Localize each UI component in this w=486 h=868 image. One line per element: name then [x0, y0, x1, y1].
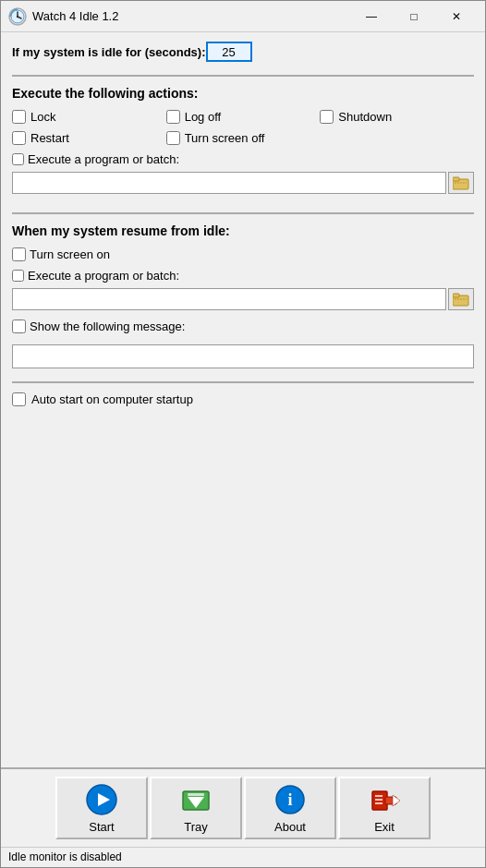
execute-program-input-row: [12, 172, 474, 194]
turn-screen-on-checkbox[interactable]: [12, 247, 26, 261]
exit-icon: [368, 783, 401, 816]
window-title: Watch 4 Idle 1.2: [32, 9, 350, 23]
execute-section: Execute the following actions: Lock Log …: [12, 75, 474, 203]
shutdown-checkbox-cell: Shutdown: [320, 110, 474, 124]
status-bar: Idle monitor is disabled: [1, 847, 485, 867]
auto-start-checkbox[interactable]: [12, 392, 26, 406]
turn-screen-off-checkbox[interactable]: [166, 131, 180, 145]
resume-program-row: Execute a program or batch:: [12, 269, 474, 283]
logoff-checkbox[interactable]: [166, 110, 180, 124]
about-label: About: [274, 820, 306, 834]
resume-program-label: Execute a program or batch:: [28, 269, 179, 283]
about-icon: i: [273, 783, 307, 816]
tray-button[interactable]: Tray: [150, 777, 242, 839]
lock-checkbox[interactable]: [12, 110, 26, 124]
execute-section-title: Execute the following actions:: [12, 86, 474, 101]
idle-seconds-input[interactable]: [206, 42, 252, 62]
exit-label: Exit: [374, 820, 395, 834]
svg-rect-13: [188, 793, 204, 796]
resume-program-input[interactable]: [12, 288, 446, 310]
idle-label: If my system is idle for (seconds):: [12, 45, 206, 59]
title-bar: Watch 4 Idle 1.2 — □ ✕: [1, 1, 485, 32]
show-message-row: Show the following message:: [12, 319, 474, 333]
shutdown-label: Shutdown: [338, 110, 392, 124]
logoff-label: Log off: [185, 110, 222, 124]
resume-section-title: When my system resume from idle:: [12, 223, 474, 238]
exit-button[interactable]: Exit: [338, 777, 431, 839]
folder-icon-2: [453, 292, 469, 307]
tray-label: Tray: [184, 820, 208, 834]
main-window: Watch 4 Idle 1.2 — □ ✕ If my system is i…: [0, 0, 486, 868]
window-controls: — □ ✕: [350, 5, 478, 29]
svg-point-2: [17, 15, 18, 17]
resume-program-checkbox[interactable]: [12, 270, 24, 282]
turn-screen-off-label: Turn screen off: [185, 131, 265, 145]
execute-browse-button[interactable]: [448, 172, 474, 194]
main-content: If my system is idle for (seconds): Exec…: [1, 32, 485, 767]
auto-start-row: Auto start on computer startup: [12, 381, 474, 416]
turn-screen-on-row: Turn screen on: [12, 247, 474, 261]
svg-text:i: i: [287, 790, 292, 809]
restart-checkbox[interactable]: [12, 131, 26, 145]
start-icon: [85, 783, 118, 816]
shutdown-checkbox[interactable]: [320, 110, 334, 124]
minimize-button[interactable]: —: [350, 5, 393, 29]
svg-rect-7: [453, 294, 459, 297]
idle-row: If my system is idle for (seconds):: [12, 42, 474, 62]
restart-checkbox-cell: Restart: [12, 131, 166, 145]
svg-rect-4: [453, 177, 459, 181]
resume-browse-button[interactable]: [448, 288, 474, 310]
status-text: Idle monitor is disabled: [8, 850, 122, 863]
execute-program-row: Execute a program or batch:: [12, 152, 474, 166]
execute-program-checkbox[interactable]: [12, 153, 24, 165]
resume-section: When my system resume from idle: Turn sc…: [12, 212, 474, 368]
auto-start-label: Auto start on computer startup: [31, 392, 193, 406]
show-message-checkbox[interactable]: [12, 319, 26, 333]
execute-checkbox-grid: Lock Log off Shutdown Restart Turn scree…: [12, 110, 474, 145]
tray-icon: [179, 783, 213, 816]
show-message-label: Show the following message:: [30, 319, 185, 333]
resume-program-input-row: [12, 288, 474, 310]
close-button[interactable]: ✕: [435, 5, 478, 29]
message-input[interactable]: [12, 344, 474, 368]
lock-checkbox-cell: Lock: [12, 110, 166, 124]
about-button[interactable]: i About: [244, 777, 336, 839]
logoff-checkbox-cell: Log off: [166, 110, 321, 124]
start-label: Start: [89, 820, 114, 834]
turn-screen-off-checkbox-cell: Turn screen off: [166, 131, 474, 145]
execute-program-input[interactable]: [12, 172, 446, 194]
restart-label: Restart: [30, 131, 69, 145]
app-icon: [8, 7, 27, 26]
start-button[interactable]: Start: [55, 777, 148, 839]
button-bar: Start Tray i About: [1, 767, 485, 847]
turn-screen-on-label: Turn screen on: [30, 247, 110, 261]
maximize-button[interactable]: □: [393, 5, 435, 29]
lock-label: Lock: [30, 110, 55, 124]
folder-icon: [453, 175, 469, 190]
execute-program-label: Execute a program or batch:: [28, 152, 179, 166]
